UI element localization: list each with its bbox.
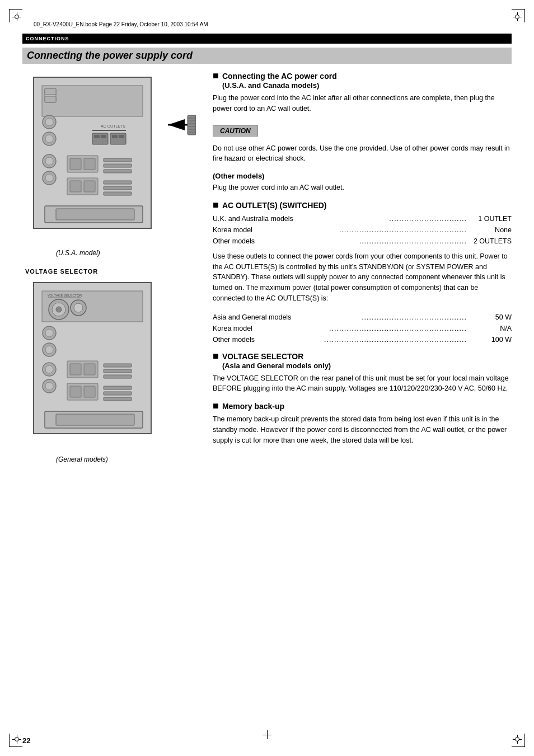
- row2-label: Korea model: [213, 224, 339, 236]
- section3-title: ■ VOLTAGE SELECTOR (Asia and General mod…: [213, 352, 512, 370]
- bullet2-icon: ■: [213, 200, 219, 210]
- power-row2-dots: ........................................…: [329, 323, 467, 334]
- section1-title: ■ Connecting the AC power cord (U.S.A. a…: [213, 72, 512, 90]
- power-table: Asia and General models ................…: [213, 312, 512, 345]
- svg-rect-31: [104, 186, 132, 190]
- power-row2-label: Korea model: [213, 323, 329, 334]
- caution-body: Do not use other AC power cords. Use the…: [213, 143, 512, 165]
- voltage-selector-label: VOLTAGE SELECTOR: [25, 268, 202, 275]
- svg-rect-16: [119, 135, 124, 138]
- svg-rect-12: [94, 135, 100, 138]
- svg-rect-1: [42, 86, 143, 116]
- svg-rect-30: [104, 181, 132, 184]
- section2-body: Use these outlets to connect the power c…: [213, 251, 512, 304]
- section3-body: The VOLTAGE SELECTOR on the rear panel o…: [213, 373, 512, 395]
- crosshair-br: [513, 735, 522, 744]
- svg-rect-26: [84, 181, 95, 192]
- row3-label: Other models: [213, 236, 359, 247]
- power-row3-value: 100 W: [467, 334, 512, 345]
- svg-rect-3: [45, 88, 56, 95]
- svg-point-20: [45, 174, 53, 182]
- page-title: Connecting the power supply cord: [27, 50, 193, 61]
- general-model-illustration: VOLTAGE SELECTOR: [22, 277, 202, 452]
- svg-rect-62: [84, 386, 95, 397]
- svg-point-52: [74, 303, 83, 312]
- section1-heading: Connecting the AC power cord: [222, 72, 337, 81]
- power-row: Asia and General models ................…: [213, 312, 512, 323]
- svg-rect-15: [112, 135, 118, 138]
- section-other-models: (Other models) Plug the power cord into …: [213, 172, 512, 193]
- caution-box-wrapper: CAUTION: [213, 122, 512, 140]
- usa-model-illustration: AC OUTLETS: [22, 72, 202, 257]
- row1-label: U.K. and Australia models: [213, 213, 389, 224]
- row1-dots: ...............................: [389, 213, 467, 224]
- svg-point-56: [45, 346, 53, 354]
- svg-rect-59: [84, 364, 95, 375]
- page-title-bar: Connecting the power supply cord: [22, 48, 512, 64]
- left-column: AC OUTLETS: [22, 72, 202, 463]
- section4-title: ■ Memory back-up: [213, 402, 512, 411]
- other-models-body: Plug the power cord into an AC wall outl…: [213, 182, 512, 193]
- svg-text:VOLTAGE SELECTOR: VOLTAGE SELECTOR: [48, 294, 82, 297]
- page-number: 22: [22, 736, 30, 745]
- outlet-table: U.K. and Australia models ..............…: [213, 213, 512, 247]
- general-device-svg: VOLTAGE SELECTOR: [22, 277, 196, 450]
- two-column-layout: AC OUTLETS: [22, 72, 512, 463]
- svg-point-50: [56, 307, 62, 312]
- crosshair-bl: [12, 735, 21, 744]
- section1-subheading: (U.S.A. and Canada models): [222, 81, 319, 90]
- crosshair-tr: [513, 12, 522, 21]
- table-row: U.K. and Australia models ..............…: [213, 213, 512, 224]
- svg-rect-74: [56, 414, 134, 425]
- svg-rect-13: [101, 135, 106, 138]
- power-row: Korea model ............................…: [213, 323, 512, 334]
- row3-dots: ........................................…: [359, 236, 467, 247]
- svg-rect-27: [104, 158, 132, 162]
- svg-rect-29: [104, 170, 132, 173]
- svg-point-64: [45, 365, 53, 373]
- svg-point-66: [45, 382, 53, 390]
- svg-point-54: [45, 329, 53, 337]
- header-bar: CONNECTIONS: [22, 34, 512, 44]
- bottom-center-crosshair: [263, 730, 271, 739]
- svg-point-18: [45, 157, 53, 165]
- svg-rect-32: [104, 192, 132, 195]
- section4-heading: Memory back-up: [222, 402, 284, 411]
- section2-title: ■ AC OUTLET(S) (SWITCHED): [213, 201, 512, 210]
- row1-value: 1 OUTLET: [467, 213, 512, 224]
- section4-body: The memory back-up circuit prevents the …: [213, 414, 512, 445]
- caution-label: CAUTION: [213, 125, 258, 137]
- general-model-label: (General models): [22, 456, 202, 463]
- svg-rect-68: [104, 369, 132, 373]
- section-voltage-selector: ■ VOLTAGE SELECTOR (Asia and General mod…: [213, 352, 512, 395]
- power-row3-label: Other models: [213, 334, 324, 345]
- table-row: Korea model ............................…: [213, 224, 512, 236]
- bullet-icon: ■: [213, 71, 219, 81]
- crosshair-tl: [12, 12, 21, 21]
- svg-rect-10: [92, 130, 126, 131]
- svg-rect-70: [104, 386, 132, 389]
- svg-rect-67: [104, 364, 132, 367]
- page-wrapper: 00_RX-V2400U_EN.book Page 22 Friday, Oct…: [0, 0, 534, 756]
- svg-point-6: [45, 118, 53, 126]
- usa-device-svg: AC OUTLETS: [22, 72, 196, 245]
- file-info: 00_RX-V2400U_EN.book Page 22 Friday, Oct…: [34, 21, 208, 27]
- power-row1-label: Asia and General models: [213, 312, 362, 323]
- svg-rect-71: [104, 392, 132, 395]
- row2-dots: ........................................…: [339, 224, 467, 236]
- table-row: Other models ...........................…: [213, 236, 512, 247]
- svg-rect-23: [84, 158, 95, 170]
- svg-rect-58: [70, 364, 81, 375]
- svg-rect-22: [70, 158, 81, 170]
- bullet4-icon: ■: [213, 401, 219, 411]
- section-memory-backup: ■ Memory back-up The memory back-up circ…: [213, 402, 512, 445]
- svg-rect-61: [70, 386, 81, 397]
- section-ac-power-cord: ■ Connecting the AC power cord (U.S.A. a…: [213, 72, 512, 164]
- section3-heading: VOLTAGE SELECTOR: [222, 352, 303, 361]
- svg-rect-69: [104, 375, 132, 378]
- row3-value: 2 OUTLETS: [467, 236, 512, 247]
- power-row2-value: N/A: [467, 323, 512, 334]
- section2-heading: AC OUTLET(S) (SWITCHED): [222, 201, 327, 210]
- section-label: CONNECTIONS: [26, 36, 69, 41]
- svg-rect-72: [104, 397, 132, 401]
